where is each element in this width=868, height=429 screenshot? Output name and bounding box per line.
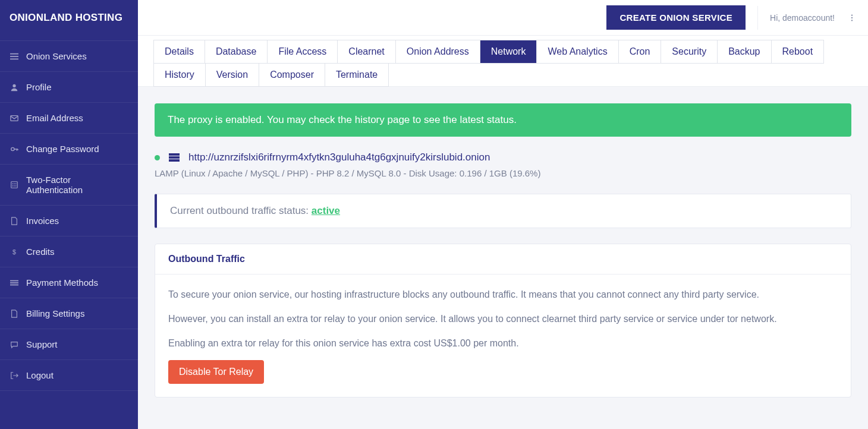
svg-rect-6 <box>11 182 18 188</box>
sidebar-item-label: Support <box>26 339 58 349</box>
svg-point-11 <box>14 185 15 187</box>
sidebar-item-label: Two-Factor Authentication <box>26 175 128 195</box>
outbound-panel-title: Outbound Traffic <box>155 244 851 275</box>
tab-file-access[interactable]: File Access <box>267 40 338 64</box>
svg-rect-22 <box>169 159 180 162</box>
tab-backup[interactable]: Backup <box>717 40 771 64</box>
tab-clearnet[interactable]: Clearnet <box>337 40 395 64</box>
svg-rect-0 <box>10 53 18 54</box>
sidebar-item-payment-methods[interactable]: Payment Methods <box>0 267 138 298</box>
sidebar-item-change-password[interactable]: Change Password <box>0 134 138 165</box>
list2-icon <box>10 278 19 288</box>
sidebar-item-label: Credits <box>26 247 55 257</box>
tab-details[interactable]: Details <box>153 40 205 64</box>
sidebar-item-label: Payment Methods <box>26 277 98 288</box>
svg-rect-1 <box>10 56 18 57</box>
sidebar-item-label: Invoices <box>26 216 59 226</box>
header: CREATE ONION SERVICE Hi, demoaccount! <box>138 0 868 36</box>
outbound-panel: Outbound Traffic To secure your onion se… <box>155 244 851 398</box>
create-onion-service-button[interactable]: CREATE ONION SERVICE <box>606 5 746 30</box>
service-meta: LAMP (Linux / Apache / MySQL / PHP) - PH… <box>155 168 851 178</box>
greeting-text: Hi, demoaccount! <box>770 13 835 23</box>
svg-point-10 <box>12 185 14 187</box>
tab-version[interactable]: Version <box>205 63 259 87</box>
main-panel: CREATE ONION SERVICE Hi, demoaccount! De… <box>138 0 868 429</box>
sidebar-item-onion-services[interactable]: Onion Services <box>0 40 138 72</box>
header-divider <box>757 6 758 30</box>
sidebar-nav: Onion Services Profile Email Address Cha… <box>0 36 138 396</box>
svg-rect-14 <box>10 280 18 281</box>
tab-terminate[interactable]: Terminate <box>325 63 389 87</box>
svg-point-5 <box>11 147 14 150</box>
user-icon <box>10 83 19 92</box>
sidebar-item-2fa[interactable]: Two-Factor Authentication <box>0 165 138 206</box>
sidebar-item-invoices[interactable]: Invoices <box>0 206 138 236</box>
svg-point-8 <box>14 183 15 184</box>
status-card: Current outbound traffic status: active <box>155 194 851 228</box>
tab-cron[interactable]: Cron <box>618 40 662 64</box>
outbound-p1: To secure your onion service, our hostin… <box>168 288 838 302</box>
svg-point-12 <box>15 185 17 187</box>
status-dot-icon <box>155 155 160 160</box>
tab-reboot[interactable]: Reboot <box>771 40 825 64</box>
disable-tor-relay-button[interactable]: Disable Tor Relay <box>168 360 264 384</box>
tab-database[interactable]: Database <box>205 40 268 64</box>
svg-point-18 <box>851 17 853 18</box>
sidebar-item-label: Logout <box>26 370 54 380</box>
alert-success: The proxy is enabled. You may check the … <box>155 103 851 137</box>
onion-url: http://uznrzifslxi6rifrnyrm4xfytkn3guluh… <box>188 152 490 163</box>
sidebar-item-label: Profile <box>26 82 52 92</box>
svg-rect-20 <box>169 153 180 156</box>
file2-icon <box>10 309 19 318</box>
brand-title: ONIONLAND HOSTING <box>0 0 138 36</box>
content: The proxy is enabled. You may check the … <box>138 87 868 429</box>
sidebar-item-profile[interactable]: Profile <box>0 72 138 103</box>
dollar-icon: $ <box>10 247 19 257</box>
sidebar: ONIONLAND HOSTING Onion Services Profile… <box>0 0 138 429</box>
tab-web-analytics[interactable]: Web Analytics <box>536 40 618 64</box>
tab-onion-address[interactable]: Onion Address <box>395 40 480 64</box>
tab-history[interactable]: History <box>153 63 206 87</box>
file-icon <box>10 216 19 226</box>
svg-point-7 <box>12 183 14 184</box>
outbound-panel-body: To secure your onion service, our hostin… <box>155 275 851 397</box>
sidebar-item-logout[interactable]: Logout <box>0 360 138 391</box>
sidebar-item-credits[interactable]: $ Credits <box>0 236 138 267</box>
status-prefix: Current outbound traffic status: <box>170 205 312 216</box>
svg-rect-16 <box>10 284 18 285</box>
sidebar-item-support[interactable]: Support <box>0 329 138 360</box>
chat-icon <box>10 340 19 349</box>
tab-composer[interactable]: Composer <box>259 63 325 87</box>
svg-rect-4 <box>11 115 18 121</box>
outbound-p2: However, you can install an extra tor re… <box>168 312 838 327</box>
status-card-label: Current outbound traffic status: active <box>170 205 340 216</box>
svg-text:$: $ <box>12 248 16 255</box>
key-icon <box>10 144 19 154</box>
sidebar-item-billing-settings[interactable]: Billing Settings <box>0 298 138 329</box>
tabs: Details Database File Access Clearnet On… <box>138 36 868 87</box>
keypad-icon <box>10 180 19 190</box>
sidebar-item-email[interactable]: Email Address <box>0 103 138 134</box>
service-url-row: http://uznrzifslxi6rifrnyrm4xfytkn3guluh… <box>155 152 851 163</box>
sidebar-item-label: Email Address <box>26 113 83 123</box>
tab-network[interactable]: Network <box>480 40 537 64</box>
status-active-link[interactable]: active <box>312 205 340 216</box>
server-icon <box>169 153 180 162</box>
sidebar-item-label: Onion Services <box>26 51 87 61</box>
svg-point-19 <box>851 20 853 21</box>
svg-rect-21 <box>169 156 180 159</box>
outbound-p3: Enabling an extra tor relay for this oni… <box>168 336 838 351</box>
svg-rect-15 <box>10 282 18 283</box>
logout-icon <box>10 371 19 380</box>
sidebar-item-label: Change Password <box>26 144 99 154</box>
list-icon <box>10 52 19 61</box>
envelope-icon <box>10 113 19 123</box>
menu-kebab-icon[interactable] <box>847 12 857 23</box>
svg-point-3 <box>12 84 15 87</box>
svg-point-17 <box>851 14 853 15</box>
svg-rect-2 <box>10 58 18 59</box>
svg-point-9 <box>15 183 17 184</box>
sidebar-item-label: Billing Settings <box>26 308 84 318</box>
tab-security[interactable]: Security <box>661 40 718 64</box>
